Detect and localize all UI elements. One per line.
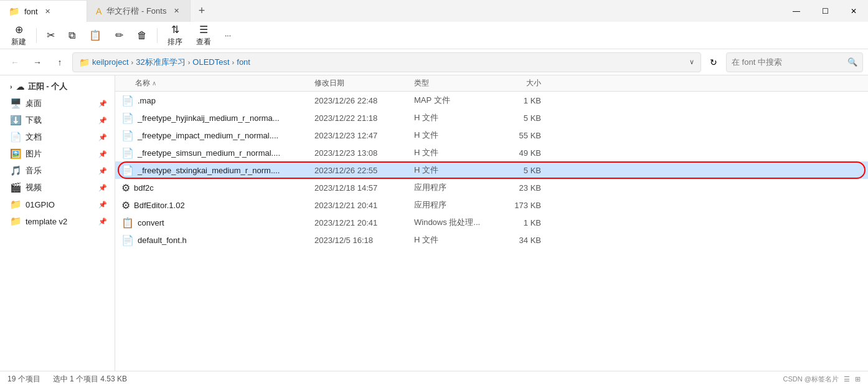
path-part2: 32标准库学习 xyxy=(136,57,185,68)
file-size: 34 KB xyxy=(501,236,551,245)
file-date: 2023/12/23 12:47 xyxy=(314,131,414,140)
sidebar-item-label: template v2 xyxy=(26,217,67,226)
address-path[interactable]: 📁 keilproject › 32标准库学习 › OLEDTest › fon… xyxy=(72,52,701,72)
col-name[interactable]: 名称 ∧ xyxy=(115,78,314,88)
h-file-icon: 📄 xyxy=(121,234,134,246)
cut-button[interactable]: ✂ xyxy=(40,24,61,47)
sidebar-folder-icon: 🎵 xyxy=(10,165,22,176)
table-row[interactable]: 📄 _freetype_impact_medium_r_normal.... 2… xyxy=(115,127,868,144)
sidebar-user[interactable]: › ☁ 正阳 - 个人 xyxy=(2,79,112,95)
new-button[interactable]: ⊕ 新建 xyxy=(5,24,32,47)
table-row[interactable]: 📄 .map 2023/12/26 22:48 MAP 文件 1 KB xyxy=(115,92,868,109)
sidebar-user-label: 正阳 - 个人 xyxy=(28,81,68,92)
file-name-label: .map xyxy=(138,96,156,105)
file-size: 1 KB xyxy=(501,96,551,105)
pin-icon: 📌 xyxy=(98,150,107,158)
sidebar-item-图片[interactable]: 🖼️图片📌 xyxy=(2,146,112,162)
table-row[interactable]: 📄 _freetype_stxingkai_medium_r_norm.... … xyxy=(115,161,868,179)
file-name: ⚙ bdf2c xyxy=(115,182,314,194)
table-row[interactable]: ⚙ bdf2c 2023/12/18 14:57 应用程序 23 KB xyxy=(115,179,868,196)
nav-up-button[interactable]: ↑ xyxy=(50,52,70,72)
status-selected: 选中 1 个项目 4.53 KB xyxy=(53,374,127,385)
sidebar-item-文档[interactable]: 📄文档📌 xyxy=(2,129,112,145)
file-name: 📄 _freetype_impact_medium_r_normal.... xyxy=(115,130,314,141)
file-date: 2023/12/18 14:57 xyxy=(314,183,414,193)
col-date[interactable]: 修改日期 xyxy=(314,78,414,88)
sidebar-item-下载[interactable]: ⬇️下载📌 xyxy=(2,112,112,128)
sidebar-item-桌面[interactable]: 🖥️桌面📌 xyxy=(2,95,112,112)
minimize-button[interactable]: — xyxy=(782,0,811,22)
sidebar-item-01GPIO[interactable]: 📁01GPIO📌 xyxy=(2,196,112,213)
app-file-icon: ⚙ xyxy=(121,182,130,194)
file-name: 📄 default_font.h xyxy=(115,234,314,246)
file-date: 2023/12/22 21:18 xyxy=(314,113,414,123)
view-button[interactable]: ☰ 查看 xyxy=(190,24,217,47)
more-button[interactable]: ··· xyxy=(219,24,237,47)
view-grid-icon: ⊞ xyxy=(855,375,861,383)
toolbar: ⊕ 新建 ✂ ⧉ 📋 ✏ 🗑 ⇅ 排序 ☰ 查看 ··· xyxy=(0,22,868,49)
paste-button[interactable]: 📋 xyxy=(83,24,108,47)
maximize-button[interactable]: ☐ xyxy=(811,0,839,22)
refresh-button[interactable]: ↻ xyxy=(704,52,724,72)
sidebar-expand-icon: › xyxy=(10,83,12,90)
sidebar-item-视频[interactable]: 🎬视频📌 xyxy=(2,179,112,196)
file-size: 1 KB xyxy=(501,218,551,227)
table-row[interactable]: 📄 _freetype_hyjinkaij_medium_r_norma... … xyxy=(115,109,868,127)
view-label: 查看 xyxy=(196,37,211,47)
filelist: 名称 ∧ 修改日期 类型 大小 📄 .map 2023/12/26 22:48 … xyxy=(115,75,868,371)
sidebar-item-template v2[interactable]: 📁template v2📌 xyxy=(2,213,112,229)
delete-button[interactable]: 🗑 xyxy=(131,24,153,47)
table-row[interactable]: 📄 default_font.h 2023/12/5 16:18 H 文件 34… xyxy=(115,231,868,249)
app2-file-icon: ⚙ xyxy=(121,199,130,211)
sidebar-item-label: 音乐 xyxy=(26,165,42,176)
rename-button[interactable]: ✏ xyxy=(109,24,130,47)
table-row[interactable]: ⚙ BdfEditor.1.02 2023/12/21 20:41 应用程序 1… xyxy=(115,196,868,214)
file-name-label: _freetype_impact_medium_r_normal.... xyxy=(138,131,278,140)
search-input[interactable] xyxy=(732,57,844,67)
tab-fonts-icon: A xyxy=(96,6,101,16)
file-size: 5 KB xyxy=(501,166,551,175)
sidebar-item-label: 01GPIO xyxy=(26,200,55,209)
brand-label: CSDN @标签名片 xyxy=(783,375,839,384)
table-row[interactable]: 📄 _freetype_simsun_medium_r_normal.... 2… xyxy=(115,144,868,161)
col-type[interactable]: 类型 xyxy=(414,78,501,88)
tab-fonts[interactable]: A 华文行楷 - Fonts ✕ xyxy=(87,0,191,22)
file-type: H 文件 xyxy=(414,112,501,123)
path-sep2: › xyxy=(188,59,191,66)
filelist-rows: 📄 .map 2023/12/26 22:48 MAP 文件 1 KB 📄 _f… xyxy=(115,92,868,249)
copy-button[interactable]: ⧉ xyxy=(62,24,82,47)
col-name-label: 名称 xyxy=(135,79,150,87)
path-part4: font xyxy=(237,57,250,67)
window-controls: — ☐ ✕ xyxy=(782,0,868,22)
sidebar-item-音乐[interactable]: 🎵音乐📌 xyxy=(2,163,112,179)
file-size: 173 KB xyxy=(501,201,551,210)
statusbar: 19 个项目 选中 1 个项目 4.53 KB CSDN @标签名片 ☰ ⊞ xyxy=(0,371,868,387)
tab-font[interactable]: 📁 font ✕ xyxy=(0,0,87,22)
sort-button[interactable]: ⇅ 排序 xyxy=(161,24,189,47)
sidebar-folder-icon: 🖥️ xyxy=(10,98,22,109)
file-type: MAP 文件 xyxy=(414,95,501,106)
close-button[interactable]: ✕ xyxy=(839,0,868,22)
file-name: 📄 _freetype_simsun_medium_r_normal.... xyxy=(115,147,314,159)
filelist-header: 名称 ∧ 修改日期 类型 大小 xyxy=(115,75,868,92)
table-row[interactable]: 📋 convert 2023/12/21 20:41 Windows 批处理..… xyxy=(115,214,868,231)
col-name-sort: ∧ xyxy=(152,80,156,87)
sidebar: › ☁ 正阳 - 个人 🖥️桌面📌⬇️下载📌📄文档📌🖼️图片📌🎵音乐📌🎬视频📌📁… xyxy=(0,75,115,371)
tab-fonts-close[interactable]: ✕ xyxy=(171,6,181,16)
search-box[interactable]: 🔍 xyxy=(726,52,863,72)
sidebar-folder-icon: 📁 xyxy=(10,199,22,210)
add-tab-button[interactable]: + xyxy=(191,0,212,22)
file-type: H 文件 xyxy=(414,165,501,176)
nav-back-button[interactable]: ← xyxy=(5,52,25,72)
nav-forward-button[interactable]: → xyxy=(27,52,47,72)
path-part3: OLEDTest xyxy=(192,57,229,67)
file-name: 📋 convert xyxy=(115,217,314,229)
sidebar-folder-icon: 📄 xyxy=(10,131,22,143)
tab-folder-icon: 📁 xyxy=(9,6,19,16)
tab-font-close[interactable]: ✕ xyxy=(43,6,53,16)
new-label: 新建 xyxy=(11,37,26,47)
file-name: 📄 .map xyxy=(115,95,314,107)
col-size[interactable]: 大小 xyxy=(501,78,551,88)
pin-icon: 📌 xyxy=(98,167,107,175)
file-name-label: _freetype_simsun_medium_r_normal.... xyxy=(138,148,280,158)
